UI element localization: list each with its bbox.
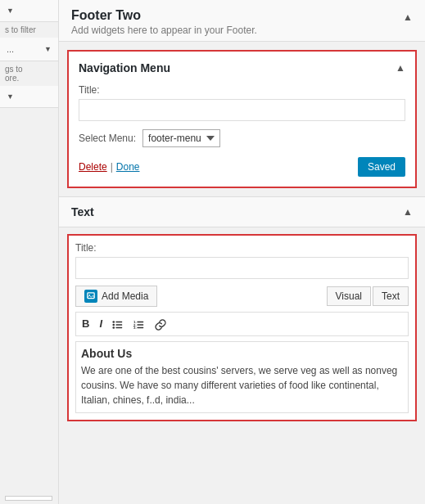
editor-tabs: Visual Text [327,286,409,306]
nav-menu-collapse-icon[interactable]: ▲ [396,62,405,74]
footer-two-title: Footer Two [71,8,257,23]
sidebar-arrow-3: ▼ [7,92,14,101]
saved-button[interactable]: Saved [358,157,405,177]
sidebar-item-1[interactable]: ▼ [0,0,58,22]
done-link[interactable]: Done [116,161,140,173]
visual-tab[interactable]: Visual [327,286,371,306]
editor-body: We are one of the best cousins' servers,… [81,363,403,407]
add-media-bar: Add Media Visual Text [75,286,409,307]
add-media-icon [84,290,97,303]
footer-two-collapse-icon[interactable]: ▲ [403,11,413,23]
text-widget-inner: Title: Add Media Visual Text [67,234,417,421]
svg-point-4 [112,323,115,326]
nav-menu-widget: Navigation Menu ▲ Title: Select Menu: fo… [67,50,417,188]
nav-menu-widget-header: Navigation Menu ▲ [79,61,405,74]
delete-link[interactable]: Delete [79,161,107,173]
left-sidebar: ▼ s to filter ... ▼ gs to ore. ▼ [0,0,59,504]
add-media-label: Add Media [102,290,148,302]
footer-two-description: Add widgets here to appear in your Foote… [71,25,257,36]
nav-menu-links: Delete | Done [79,161,140,173]
nav-menu-select-row: Select Menu: footer-menu [79,129,405,147]
media-svg-icon [87,292,95,300]
sidebar-item-3[interactable]: ▼ [0,86,58,108]
editor-content[interactable]: About Us We are one of the best cousins'… [75,341,409,413]
text-tab[interactable]: Text [373,286,409,306]
nav-menu-title-label: Title: [79,84,405,96]
svg-rect-7 [115,326,122,327]
sidebar-filter-text: s to filter [0,22,58,38]
ordered-list-button[interactable]: 1. 2. 3. [131,316,147,332]
italic-button[interactable]: I [97,316,105,331]
nav-menu-widget-title: Navigation Menu [79,61,170,74]
unordered-list-button[interactable] [110,316,126,332]
bold-button[interactable]: B [79,316,92,331]
select-menu-label: Select Menu: [79,133,136,144]
sidebar-item2-text: ... [7,44,14,54]
nav-menu-actions: Delete | Done Saved [79,157,405,177]
link-icon [155,319,166,331]
ordered-list-icon: 1. 2. 3. [133,319,145,331]
add-media-button[interactable]: Add Media [75,286,157,307]
editor-heading: About Us [81,347,403,360]
footer-two-header: Footer Two Add widgets here to appear in… [59,0,425,42]
svg-point-2 [112,321,115,323]
nav-menu-title-input[interactable] [79,99,405,121]
svg-rect-3 [115,321,122,322]
unordered-list-icon [112,319,124,331]
sidebar-item-2[interactable]: ... ▼ [0,38,58,61]
svg-rect-11 [137,324,143,325]
select-menu-dropdown[interactable]: footer-menu [142,129,220,147]
sidebar-arrow-1: ▼ [7,7,14,15]
sidebar-gs-label: gs to ore. [0,61,58,86]
text-title-label: Title: [75,242,409,254]
text-widget-collapse-icon[interactable]: ▲ [403,206,413,218]
editor-toolbar: B I 1. [75,312,409,336]
main-content: Footer Two Add widgets here to appear in… [59,0,425,421]
link-button[interactable] [152,316,169,332]
text-title-input[interactable] [75,257,409,279]
text-widget-title: Text [71,205,94,218]
svg-rect-9 [137,321,143,322]
svg-text:3.: 3. [133,326,137,330]
nav-menu-title-field: Title: [79,84,405,121]
svg-point-6 [112,326,115,329]
svg-rect-13 [137,326,143,327]
sidebar-arrow-2: ▼ [44,45,52,53]
text-widget-header[interactable]: Text ▲ [59,196,425,227]
svg-rect-5 [115,324,122,325]
link-separator: | [111,161,113,173]
sidebar-bottom-button[interactable] [5,496,52,501]
